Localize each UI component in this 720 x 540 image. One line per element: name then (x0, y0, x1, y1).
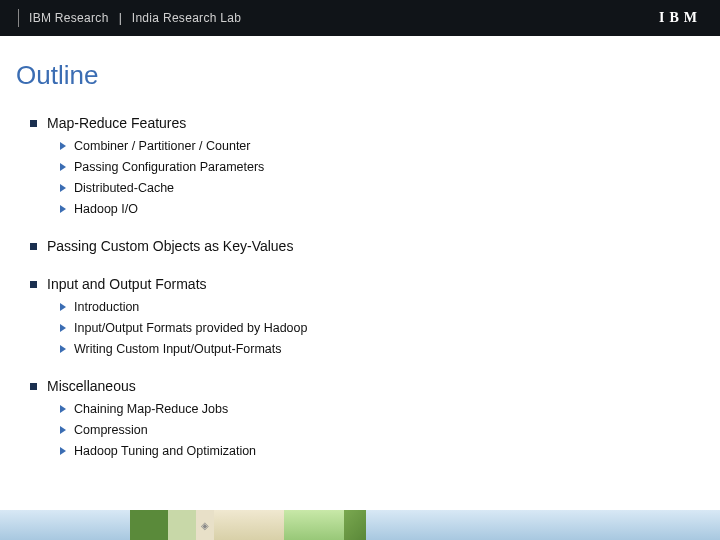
header-left: IBM Research | India Research Lab (18, 9, 241, 27)
list-item: Hadoop Tuning and Optimization (60, 444, 690, 458)
slide-content: Map-Reduce Features Combiner / Partition… (0, 91, 720, 458)
slide-title: Outline (16, 60, 720, 91)
list-item: Chaining Map-Reduce Jobs (60, 402, 690, 416)
header-divider (18, 9, 19, 27)
section-map-reduce: Map-Reduce Features Combiner / Partition… (30, 115, 690, 216)
item-text: Combiner / Partitioner / Counter (74, 139, 250, 153)
section-items: Introduction Input/Output Formats provid… (60, 300, 690, 356)
footer-block (366, 510, 720, 540)
section-heading: Miscellaneous (30, 378, 690, 394)
section-title: Miscellaneous (47, 378, 136, 394)
triangle-bullet-icon (60, 324, 66, 332)
triangle-bullet-icon (60, 426, 66, 434)
footer-block (214, 510, 284, 540)
square-bullet-icon (30, 383, 37, 390)
section-items: Chaining Map-Reduce Jobs Compression Had… (60, 402, 690, 458)
item-text: Passing Configuration Parameters (74, 160, 264, 174)
section-items: Combiner / Partitioner / Counter Passing… (60, 139, 690, 216)
footer-block (284, 510, 344, 540)
list-item: Combiner / Partitioner / Counter (60, 139, 690, 153)
section-misc: Miscellaneous Chaining Map-Reduce Jobs C… (30, 378, 690, 458)
item-text: Distributed-Cache (74, 181, 174, 195)
square-bullet-icon (30, 243, 37, 250)
list-item: Passing Configuration Parameters (60, 160, 690, 174)
triangle-bullet-icon (60, 405, 66, 413)
square-bullet-icon (30, 281, 37, 288)
triangle-bullet-icon (60, 205, 66, 213)
section-heading: Input and Output Formats (30, 276, 690, 292)
triangle-bullet-icon (60, 142, 66, 150)
header-sep: | (119, 11, 122, 25)
triangle-bullet-icon (60, 345, 66, 353)
item-text: Hadoop Tuning and Optimization (74, 444, 256, 458)
footer-block (344, 510, 366, 540)
triangle-bullet-icon (60, 447, 66, 455)
list-item: Input/Output Formats provided by Hadoop (60, 321, 690, 335)
item-text: Introduction (74, 300, 139, 314)
item-text: Compression (74, 423, 148, 437)
triangle-bullet-icon (60, 163, 66, 171)
section-io-formats: Input and Output Formats Introduction In… (30, 276, 690, 356)
list-item: Writing Custom Input/Output-Formats (60, 342, 690, 356)
list-item: Hadoop I/O (60, 202, 690, 216)
list-item: Compression (60, 423, 690, 437)
section-custom-objects: Passing Custom Objects as Key-Values (30, 238, 690, 254)
list-item: Introduction (60, 300, 690, 314)
header-bar: IBM Research | India Research Lab IBM (0, 0, 720, 36)
footer-decoration: ◈ (0, 510, 720, 540)
section-title: Map-Reduce Features (47, 115, 186, 131)
list-item: Distributed-Cache (60, 181, 690, 195)
item-text: Hadoop I/O (74, 202, 138, 216)
footer-block (130, 510, 168, 540)
footer-block (0, 510, 130, 540)
footer-block: ◈ (196, 510, 214, 540)
section-title: Passing Custom Objects as Key-Values (47, 238, 293, 254)
header-lab: India Research Lab (132, 11, 241, 25)
ibm-logo: IBM (659, 10, 702, 26)
square-bullet-icon (30, 120, 37, 127)
triangle-bullet-icon (60, 184, 66, 192)
item-text: Writing Custom Input/Output-Formats (74, 342, 281, 356)
item-text: Input/Output Formats provided by Hadoop (74, 321, 307, 335)
section-heading: Map-Reduce Features (30, 115, 690, 131)
triangle-bullet-icon (60, 303, 66, 311)
section-heading: Passing Custom Objects as Key-Values (30, 238, 690, 254)
item-text: Chaining Map-Reduce Jobs (74, 402, 228, 416)
header-org: IBM Research (29, 11, 109, 25)
section-title: Input and Output Formats (47, 276, 207, 292)
footer-block (168, 510, 196, 540)
